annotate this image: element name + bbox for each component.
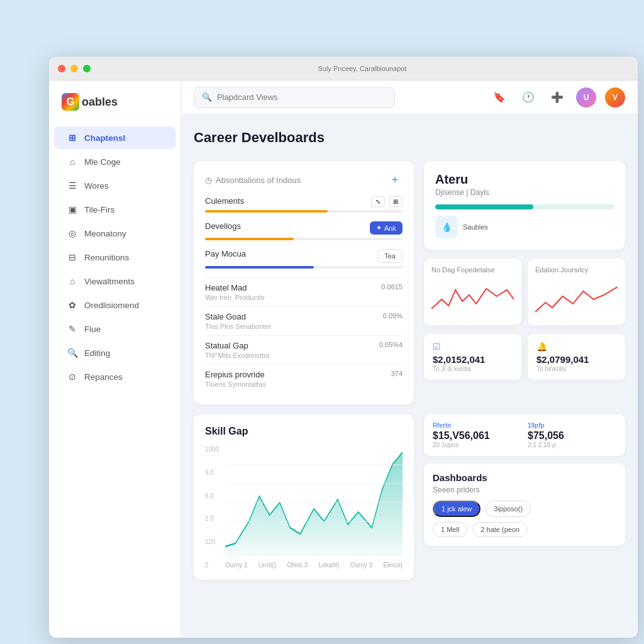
- sidebar-item-wores[interactable]: ☰ Wores: [54, 174, 175, 197]
- search-input[interactable]: [217, 92, 387, 102]
- content-area: Career Develboards ◷ Absonttalions of In…: [181, 114, 638, 638]
- sidebar-label-mle-coge: Mle Coge: [84, 157, 121, 167]
- avatar[interactable]: U: [576, 87, 596, 108]
- profile-progress-bar: [435, 204, 614, 209]
- saubles-button[interactable]: 💧: [435, 216, 458, 238]
- x-axis-labels: Ourny 1 Linnt() Ohno 3 Lekaht) Ovrny 3 E…: [225, 559, 402, 569]
- chart-edation-svg: [535, 277, 618, 315]
- maximize-button[interactable]: [83, 65, 91, 72]
- avatar2[interactable]: V: [605, 87, 625, 108]
- profile-icon-row: 💧 Saubles: [435, 216, 614, 238]
- chaptensl-icon: ⊞: [67, 132, 78, 143]
- tag-2-hate-peon[interactable]: 2 hate (peon: [472, 522, 528, 537]
- sidebar-label-meonatony: Meonatony: [84, 229, 126, 238]
- topbar-actions: 🔖 🕐 ➕ U V: [489, 87, 625, 108]
- sidebar-item-meonatony[interactable]: ◎ Meonatony: [54, 222, 175, 245]
- viewaltments-icon: ⌂: [67, 275, 78, 287]
- tag-1-jck-alew[interactable]: 1 jck alew: [433, 501, 480, 517]
- app-window: Suly Pnceey, Caralbiounapot G oables ⊞ C…: [49, 57, 638, 638]
- page-title: Career Develboards: [194, 130, 625, 146]
- sidebar-item-tile-firs[interactable]: ▣ Tile-Firs: [54, 198, 175, 221]
- sidebar-label-renunitions: Renunitions: [84, 253, 129, 262]
- list-item-heatel-mad: Heatel Mad Wer tren. Productitr 0.0615: [205, 277, 402, 306]
- chart-no-dag: No Dag Fopedetalse: [424, 258, 521, 325]
- meonatony-icon: ◎: [67, 228, 78, 239]
- sidebar-item-flue[interactable]: ✎ Flue: [54, 318, 175, 340]
- sidebar-item-chaptensl[interactable]: ⊞ Chaptensl: [54, 126, 175, 149]
- titlebar: Suly Pnceey, Caralbiounapot: [49, 57, 638, 80]
- sidebar-item-viewaltments[interactable]: ⌂ Viewaltments: [54, 270, 175, 292]
- card-title: ◷ Absonttalions of Indous: [205, 175, 301, 185]
- close-button[interactable]: [58, 65, 65, 72]
- checkmark-icon: ☑: [433, 341, 513, 352]
- tea-button[interactable]: Tea: [377, 249, 402, 263]
- flue-icon: ✎: [67, 323, 78, 335]
- metric-1: Rfertn $15,V56,061 20 1upos: [433, 422, 521, 448]
- bookmark-icon[interactable]: 🔖: [489, 87, 509, 108]
- progress-item-pay-mocua: Pay Mocua Tea: [205, 249, 402, 269]
- bottom-grid: Skill Gap 1000 9.0 6.0 2.0 120 2: [194, 414, 625, 580]
- metric-2: 19pfp $75,056 2:1 2:18 p:: [528, 422, 616, 448]
- charts-row: No Dag Fopedetalse Edation Joursrlcy: [424, 258, 625, 325]
- sidebar: G oables ⊞ Chaptensl ⌂ Mle Coge ☰ Wores …: [49, 80, 181, 638]
- resize-icon[interactable]: ⊞: [389, 196, 402, 207]
- sidebar-label-tile-firs: Tile-Firs: [84, 205, 114, 214]
- sidebar-item-oredlisiomend[interactable]: ✿ Oredlisiomend: [54, 294, 175, 316]
- clock-icon[interactable]: 🕐: [518, 87, 538, 108]
- repances-icon: ⊙: [67, 371, 78, 382]
- add-card-button[interactable]: +: [387, 172, 402, 187]
- editing-icon: 🔍: [67, 347, 78, 358]
- stat-card-1: ☑ $2,0152,041 To Ji di kuntla: [424, 334, 521, 380]
- sidebar-label-chaptensl: Chaptensl: [84, 133, 125, 143]
- tag-3ipposo[interactable]: 3ipposo(): [486, 501, 531, 517]
- list-item-statual-gap: Statual Gap Thl^Mds Exodonsttur 0.05%4: [205, 335, 402, 364]
- topbar: 🔍 🔖 🕐 ➕ U V: [181, 80, 638, 114]
- card-header: ◷ Absonttalions of Indous +: [205, 172, 402, 187]
- bell-icon: 🔔: [536, 341, 616, 352]
- stat-card-2: 🔔 $2,0799,041 To binkotis: [528, 334, 625, 380]
- skill-gap-chart-wrap: 1000 9.0 6.0 2.0 120 2: [205, 446, 402, 569]
- metrics-card: Rfertn $15,V56,061 20 1upos 19pfp $75,05…: [424, 414, 625, 456]
- tag-1-mell[interactable]: 1 Mell: [433, 522, 467, 537]
- chart-no-dag-svg: [431, 277, 514, 315]
- renunitions-icon: ⊟: [67, 252, 78, 263]
- wores-icon: ☰: [67, 180, 78, 191]
- ank-button[interactable]: ✦ Ank: [370, 221, 402, 235]
- right-bottom: Rfertn $15,V56,061 20 1upos 19pfp $75,05…: [424, 414, 625, 580]
- logo-text: oables: [82, 96, 118, 109]
- right-panel: Ateru Djisense | Dayls 💧 Saubles: [424, 161, 625, 404]
- skill-gap-card: Skill Gap 1000 9.0 6.0 2.0 120 2: [194, 414, 414, 580]
- tile-firs-icon: ▣: [67, 204, 78, 215]
- logo-area: G oables: [49, 93, 180, 126]
- app-body: G oables ⊞ Chaptensl ⌂ Mle Coge ☰ Wores …: [49, 80, 638, 638]
- minimize-button[interactable]: [70, 65, 78, 72]
- progress-item-devellogs: Devellogs ✦ Ank: [205, 221, 402, 240]
- search-icon: 🔍: [202, 92, 212, 102]
- oredlisiomend-icon: ✿: [67, 299, 78, 311]
- sidebar-item-editing[interactable]: 🔍 Editing: [54, 341, 175, 364]
- dashboards-tags-row1: 1 jck alew 3ipposo(): [433, 501, 616, 517]
- sidebar-item-repances[interactable]: ⊙ Repances: [54, 365, 175, 388]
- dashboards-card: Dashboards Seeen priders 1 jck alew 3ipp…: [424, 464, 625, 546]
- clock-small-icon: ◷: [205, 175, 212, 185]
- sidebar-item-renunitions[interactable]: ⊟ Renunitions: [54, 246, 175, 269]
- search-box[interactable]: 🔍: [194, 87, 395, 108]
- sidebar-label-repances: Repances: [84, 372, 123, 382]
- sidebar-label-editing: Editing: [84, 348, 110, 358]
- sidebar-label-oredlisiomend: Oredlisiomend: [84, 301, 139, 310]
- sidebar-item-mle-coge[interactable]: ⌂ Mle Coge: [54, 150, 175, 173]
- chart-edation: Edation Joursrlcy: [528, 258, 625, 325]
- sidebar-label-viewaltments: Viewaltments: [84, 277, 135, 286]
- skill-gap-chart-area: [225, 446, 402, 559]
- mle-coge-icon: ⌂: [67, 156, 78, 167]
- stat-cards-row: ☑ $2,0152,041 To Ji di kuntla 🔔 $2,0799,…: [424, 334, 625, 380]
- main-content: 🔍 🔖 🕐 ➕ U V Career Develboards: [181, 80, 638, 638]
- progress-item-culements: Culements ⤡ ⊞: [205, 196, 402, 213]
- dashboards-tags-row2: 1 Mell 2 hate (peon: [433, 522, 616, 537]
- skill-gap-svg: [225, 446, 402, 559]
- expand-icon[interactable]: ⤡: [371, 196, 385, 207]
- list-item-erepius: Erepius provride Tluens Symontaftas 374: [205, 364, 402, 393]
- add-icon[interactable]: ➕: [547, 87, 567, 108]
- logo-icon: G: [62, 93, 79, 111]
- y-axis-labels: 1000 9.0 6.0 2.0 120 2: [205, 446, 224, 569]
